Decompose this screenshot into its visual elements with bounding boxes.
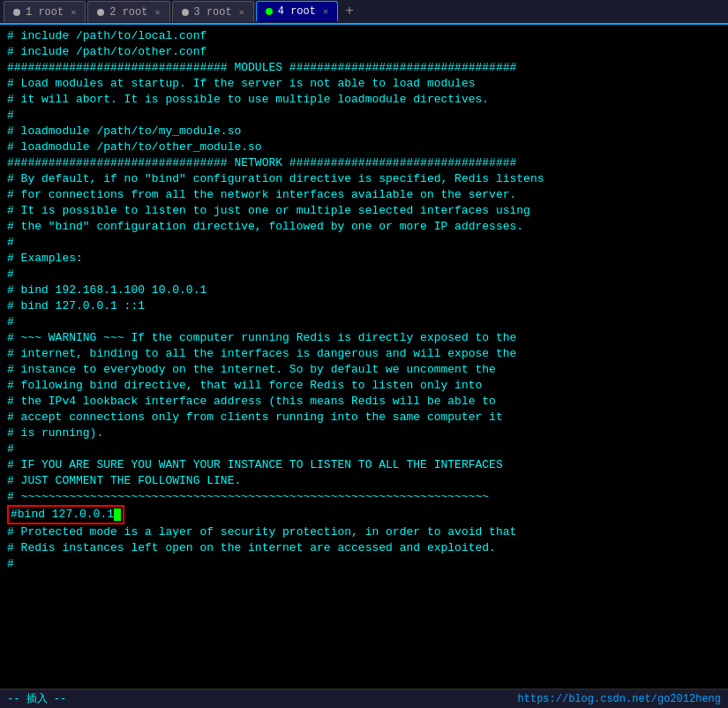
editor-line-22: # bbox=[7, 314, 721, 330]
tab-4-dot bbox=[266, 8, 273, 15]
editor-line-16: # the "bind" configuration directive, fo… bbox=[7, 219, 721, 235]
editor-line-33: # ~~~~~~~~~~~~~~~~~~~~~~~~~~~~~~~~~~~~~~… bbox=[7, 489, 721, 505]
editor-line-7: # bbox=[7, 108, 721, 124]
tab-2-dot bbox=[97, 9, 104, 16]
editor-line-18: # Examples: bbox=[7, 251, 721, 267]
tab-4[interactable]: 4 root ✕ bbox=[256, 1, 338, 22]
editor-line-30: # bbox=[7, 441, 721, 457]
editor-line-1: # include /path/to/other.conf bbox=[7, 44, 721, 60]
editor-line-0: # include /path/to/local.conf bbox=[7, 28, 721, 44]
tab-4-label: 4 root bbox=[278, 5, 316, 18]
editor-line-37: # Redis instances left open on the inter… bbox=[7, 540, 721, 556]
editor-line-17: # bbox=[7, 235, 721, 251]
editor-line-32: # JUST COMMENT THE FOLLOWING LINE. bbox=[7, 473, 721, 489]
tab-1[interactable]: 1 root ✕ bbox=[4, 1, 86, 22]
editor-line-31: # IF YOU ARE SURE YOU WANT YOUR INSTANCE… bbox=[7, 457, 721, 473]
editor-line-14: # for connections from all the network i… bbox=[7, 187, 721, 203]
tab-1-label: 1 root bbox=[26, 6, 64, 19]
editor-line-23: # ~~~ WARNING ~~~ If the computer runnin… bbox=[7, 330, 721, 346]
editor-line-38: # bbox=[7, 556, 721, 572]
editor-line-6: # it will abort. It is possible to use m… bbox=[7, 92, 721, 108]
tab-1-dot bbox=[13, 9, 20, 16]
tab-add-button[interactable]: + bbox=[340, 2, 359, 21]
editor-line-21: # bind 127.0.0.1 ::1 bbox=[7, 298, 721, 314]
tab-3-label: 3 root bbox=[194, 6, 232, 19]
tab-2-close[interactable]: ✕ bbox=[154, 7, 160, 18]
status-mode: -- 插入 -- bbox=[7, 691, 66, 706]
editor-line-11: ################################ NETWORK… bbox=[7, 155, 721, 171]
tab-bar: 1 root ✕ 2 root ✕ 3 root ✕ 4 root ✕ + bbox=[0, 0, 728, 25]
editor-line-5: # Load modules at startup. If the server… bbox=[7, 76, 721, 92]
status-url: https://blog.csdn.net/go2012heng bbox=[518, 693, 721, 705]
editor-line-25: # instance to everybody on the internet.… bbox=[7, 362, 721, 378]
bind-line-box: #bind 127.0.0.1 bbox=[7, 505, 124, 524]
editor-area[interactable]: # include /path/to/local.conf# include /… bbox=[0, 25, 728, 689]
editor-line-3: ################################ MODULES… bbox=[7, 60, 721, 76]
tab-3-close[interactable]: ✕ bbox=[239, 7, 244, 18]
editor-line-20: # bind 192.168.1.100 10.0.0.1 bbox=[7, 282, 721, 298]
editor-line-19: # bbox=[7, 267, 721, 282]
tab-2[interactable]: 2 root ✕ bbox=[87, 1, 169, 22]
editor-line-36: # Protected mode is a layer of security … bbox=[7, 524, 721, 540]
tab-1-close[interactable]: ✕ bbox=[71, 7, 76, 18]
status-bar: -- 插入 -- https://blog.csdn.net/go2012hen… bbox=[0, 689, 728, 708]
editor-line-13: # By default, if no "bind" configuration… bbox=[7, 171, 721, 187]
editor-line-28: # accept connections only from clients r… bbox=[7, 410, 721, 426]
editor-line-9: # loadmodule /path/to/other_module.so bbox=[7, 139, 721, 155]
tab-3-dot bbox=[182, 9, 189, 16]
editor-line-34: #bind 127.0.0.1 bbox=[7, 505, 721, 524]
editor-line-8: # loadmodule /path/to/my_module.so bbox=[7, 124, 721, 139]
editor-line-26: # following bind directive, that will fo… bbox=[7, 378, 721, 394]
tab-2-label: 2 root bbox=[109, 6, 147, 19]
tab-4-close[interactable]: ✕ bbox=[323, 6, 328, 17]
text-cursor bbox=[114, 508, 121, 521]
editor-line-29: # is running). bbox=[7, 426, 721, 441]
editor-line-15: # It is possible to listen to just one o… bbox=[7, 203, 721, 219]
editor-line-24: # internet, binding to all the interface… bbox=[7, 346, 721, 362]
tab-3[interactable]: 3 root ✕ bbox=[172, 1, 254, 22]
editor-line-27: # the IPv4 lookback interface address (t… bbox=[7, 394, 721, 410]
